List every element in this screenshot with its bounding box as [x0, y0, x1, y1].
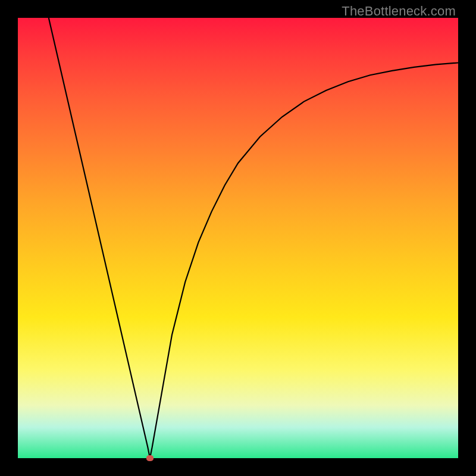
- curve-path: [49, 18, 458, 458]
- watermark-text: TheBottleneck.com: [342, 4, 456, 19]
- plot-area: [18, 18, 458, 458]
- curve-layer: [18, 18, 458, 458]
- min-marker: [146, 455, 154, 461]
- chart-frame: TheBottleneck.com: [0, 0, 476, 476]
